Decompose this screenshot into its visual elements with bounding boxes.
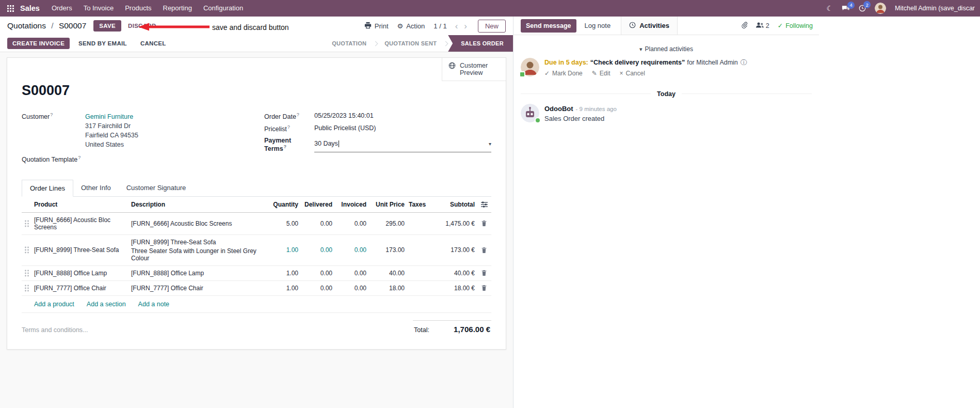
mark-done-button[interactable]: ✓Mark Done <box>544 70 583 77</box>
cell-quantity[interactable]: 5.00 <box>270 216 300 231</box>
col-unit-price[interactable]: Unit Price <box>368 197 407 212</box>
delete-row-icon[interactable] <box>477 266 491 280</box>
action-button[interactable]: ⚙ Action <box>397 22 425 30</box>
cell-description[interactable]: [FURN_6666] Acoustic Bloc Screens <box>129 216 270 231</box>
cell-unit-price[interactable]: 173.00 <box>368 243 407 257</box>
dark-mode-icon[interactable]: ☾ <box>827 4 833 12</box>
cell-quantity[interactable]: 1.00 <box>270 281 300 295</box>
log-note-button[interactable]: Log note <box>585 22 611 29</box>
info-icon[interactable]: ⓘ <box>741 59 747 66</box>
stage-quotation-sent[interactable]: QUOTATION SENT <box>378 35 443 52</box>
cell-delivered[interactable]: 0.00 <box>300 266 334 280</box>
cell-taxes[interactable] <box>407 246 429 254</box>
cell-delivered[interactable]: 0.00 <box>300 281 334 295</box>
col-subtotal[interactable]: Subtotal <box>429 197 477 212</box>
user-avatar[interactable] <box>875 3 886 14</box>
cell-quantity[interactable]: 1.00 <box>270 266 300 280</box>
following-button[interactable]: ✓ Following <box>778 22 813 29</box>
add-a-product-link[interactable]: Add a product <box>34 301 74 308</box>
tab-other-info[interactable]: Other Info <box>73 180 119 196</box>
drag-handle-icon[interactable] <box>22 266 32 280</box>
save-button[interactable]: SAVE <box>93 20 121 32</box>
followers-button[interactable]: 2 <box>756 22 769 30</box>
planned-activities-header[interactable]: ▾Planned activities <box>521 45 812 53</box>
drag-handle-icon[interactable] <box>22 243 32 257</box>
cell-taxes[interactable] <box>407 285 429 292</box>
cell-product[interactable]: [FURN_7777] Office Chair <box>32 281 129 295</box>
table-row[interactable]: [FURN_8888] Office Lamp [FURN_8888] Offi… <box>22 266 491 281</box>
customer-field[interactable]: Gemini Furniture 317 Fairchild Dr Fairfi… <box>85 112 138 150</box>
delete-row-icon[interactable] <box>477 281 491 295</box>
odoobot-avatar[interactable] <box>521 104 539 122</box>
cell-product[interactable]: [FURN_8888] Office Lamp <box>32 266 129 280</box>
user-menu[interactable]: Mitchell Admin (save_discar <box>895 5 975 12</box>
cell-unit-price[interactable]: 18.00 <box>368 281 407 295</box>
pager-previous-icon[interactable]: ‹ <box>453 22 460 30</box>
col-description[interactable]: Description <box>129 197 270 212</box>
cell-invoiced[interactable]: 0.00 <box>334 216 368 231</box>
pricelist-field[interactable]: Public Pricelist (USD) <box>314 124 376 133</box>
cell-unit-price[interactable]: 295.00 <box>368 216 407 231</box>
messages-icon[interactable]: 4 <box>842 5 850 12</box>
dropdown-caret-icon[interactable]: ▾ <box>489 141 491 147</box>
menu-orders[interactable]: Orders <box>46 0 78 17</box>
add-a-note-link[interactable]: Add a note <box>138 301 169 308</box>
discard-button[interactable]: DISCARD <box>123 20 161 32</box>
cell-description[interactable]: [FURN_8888] Office Lamp <box>129 266 270 280</box>
cell-delivered[interactable]: 0.00 <box>300 216 334 231</box>
activity-avatar[interactable] <box>521 58 539 76</box>
tab-customer-signature[interactable]: Customer Signature <box>119 180 194 196</box>
cell-quantity[interactable]: 1.00 <box>270 243 300 257</box>
cancel-button[interactable]: CANCEL <box>136 38 171 49</box>
menu-configuration[interactable]: Configuration <box>198 0 249 17</box>
send-by-email-button[interactable]: SEND BY EMAIL <box>74 38 132 49</box>
send-message-button[interactable]: Send message <box>521 19 576 33</box>
cell-unit-price[interactable]: 40.00 <box>368 266 407 280</box>
customer-preview-button[interactable]: Customer Preview <box>442 58 506 81</box>
menu-to-invoice[interactable]: To Invoice <box>78 0 120 17</box>
payment-terms-field[interactable]: 30 Days ▾ <box>314 137 491 152</box>
cell-product[interactable]: [FURN_8999] Three-Seat Sofa <box>32 243 129 257</box>
menu-reporting[interactable]: Reporting <box>157 0 198 17</box>
customer-link[interactable]: Gemini Furniture <box>85 113 133 120</box>
cell-invoiced[interactable]: 0.00 <box>334 243 368 257</box>
cell-description[interactable]: [FURN_7777] Office Chair <box>129 281 270 295</box>
cancel-activity-button[interactable]: ×Cancel <box>620 70 645 77</box>
delete-row-icon[interactable] <box>477 216 491 230</box>
cell-taxes[interactable] <box>407 270 429 277</box>
col-taxes[interactable]: Taxes <box>407 197 429 212</box>
col-quantity[interactable]: Quantity <box>270 197 300 212</box>
col-delivered[interactable]: Delivered <box>300 197 334 212</box>
create-invoice-button[interactable]: CREATE INVOICE <box>7 38 70 49</box>
add-a-section-link[interactable]: Add a section <box>87 301 126 308</box>
table-row[interactable]: [FURN_8999] Three-Seat Sofa [FURN_8999] … <box>22 235 491 266</box>
message-author[interactable]: OdooBot <box>544 105 573 113</box>
delete-row-icon[interactable] <box>477 243 491 257</box>
stage-sales-order[interactable]: SALES ORDER <box>448 35 513 52</box>
order-date-field[interactable]: 05/25/2023 15:40:01 <box>314 112 374 120</box>
cell-taxes[interactable] <box>407 220 429 227</box>
drag-handle-icon[interactable] <box>22 281 32 295</box>
tab-order-lines[interactable]: Order Lines <box>22 180 73 197</box>
col-product[interactable]: Product <box>32 197 129 212</box>
cell-description[interactable]: [FURN_8999] Three-Seat Sofa Three Seater… <box>129 235 270 265</box>
cell-invoiced[interactable]: 0.00 <box>334 266 368 280</box>
new-button[interactable]: New <box>478 20 506 33</box>
app-name[interactable]: Sales <box>20 4 40 12</box>
cell-invoiced[interactable]: 0.00 <box>334 281 368 295</box>
drag-handle-icon[interactable] <box>22 216 32 231</box>
activities-button[interactable]: Activities <box>621 17 678 35</box>
col-invoiced[interactable]: Invoiced <box>334 197 368 212</box>
stage-quotation[interactable]: QUOTATION <box>325 35 373 52</box>
activity-clock-icon[interactable]: 2 <box>859 5 866 12</box>
edit-activity-button[interactable]: ✎Edit <box>592 70 611 77</box>
table-row[interactable]: [FURN_6666] Acoustic Bloc Screens [FURN_… <box>22 213 491 235</box>
cell-product[interactable]: [FURN_6666] Acoustic Bloc Screens <box>32 213 129 234</box>
cell-delivered[interactable]: 0.00 <box>300 243 334 257</box>
breadcrumb-quotations[interactable]: Quotations <box>7 21 46 30</box>
pager-next-icon[interactable]: › <box>462 22 469 30</box>
attachments-icon[interactable] <box>741 21 748 30</box>
terms-and-conditions-input[interactable]: Terms and conditions... <box>22 326 88 334</box>
menu-products[interactable]: Products <box>119 0 157 17</box>
optional-columns-icon[interactable] <box>477 197 491 212</box>
